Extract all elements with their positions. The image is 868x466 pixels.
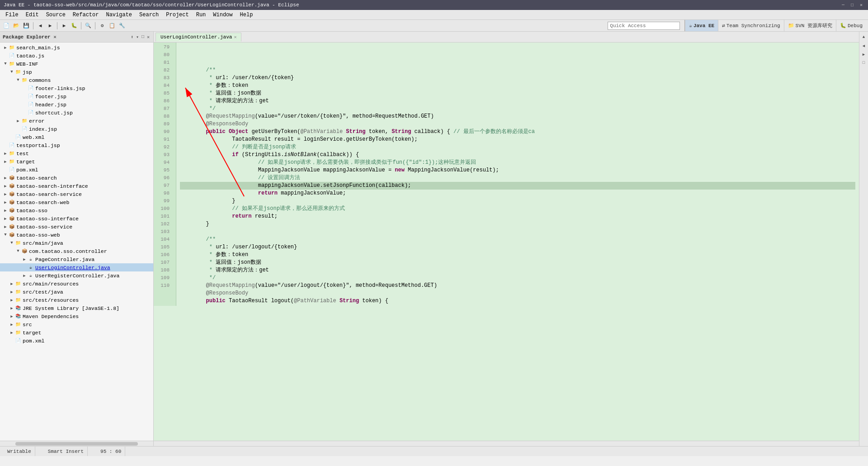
menu-edit[interactable]: Edit	[22, 11, 42, 19]
tree-item[interactable]: ▶📚Maven Dependencies	[0, 312, 153, 320]
tree-item[interactable]: ▶📁target	[0, 157, 153, 166]
tb-new[interactable]: 📄	[2, 21, 11, 30]
editor-tab-label: UserLoginController.java	[160, 34, 232, 40]
line-number: 102	[154, 220, 172, 228]
right-btn-3[interactable]: ▶	[860, 51, 868, 58]
line-number: 87	[154, 105, 172, 113]
tree-item[interactable]: ▶📁target	[0, 328, 153, 337]
tree-item[interactable]: 📄testportal.jsp	[0, 141, 153, 149]
right-btn-4[interactable]: □	[860, 59, 868, 67]
tb-search[interactable]: 🔍	[84, 21, 93, 30]
tree-arrow: ▶	[3, 184, 8, 189]
tree-item[interactable]: ▼📁WEB-INF	[0, 60, 153, 68]
persp-teamsync[interactable]: ⇄ Team Synchronizing	[718, 20, 783, 31]
sidebar-hscroll[interactable]	[0, 441, 153, 446]
tree-item[interactable]: 📄pom.xml	[0, 337, 153, 345]
tb-fwd[interactable]: ▶	[46, 21, 55, 30]
maximize-button[interactable]: □	[849, 2, 855, 8]
menu-help[interactable]: Help	[236, 11, 257, 19]
tree-item[interactable]: ▼📦taotao-sso-web	[0, 231, 153, 239]
persp-javaee[interactable]: ☕ Java EE	[685, 20, 718, 31]
menu-navigate[interactable]: Navigate	[102, 11, 136, 19]
code-line: // 判断是否是jsonp请求	[180, 143, 855, 151]
tree-item[interactable]: 📄footer.jsp	[0, 92, 153, 100]
quick-access-box[interactable]: Quick Access	[608, 22, 680, 30]
tree-arrow: ▶	[3, 224, 8, 229]
tree-item[interactable]: ☕UserLoginController.java	[0, 263, 153, 271]
tree-item[interactable]: 📄footer-links.jsp	[0, 84, 153, 92]
menu-window[interactable]: Window	[209, 11, 236, 19]
code-line: * 参数：token	[180, 82, 855, 90]
tree-label: target	[23, 330, 41, 336]
tree-item[interactable]: ▼📁jsp	[0, 68, 153, 76]
tree-item[interactable]: 📄index.jsp	[0, 125, 153, 133]
tree-icon: 📦	[8, 174, 15, 181]
tree-item[interactable]: ▶📦taotao-sso	[0, 206, 153, 214]
tree-item[interactable]: ▼📁src/main/java	[0, 239, 153, 247]
sidebar-collapse[interactable]: ⬆	[130, 34, 134, 40]
sidebar-close[interactable]: ✕	[146, 34, 151, 40]
right-btn-2[interactable]: ◀	[860, 42, 868, 49]
tree-item[interactable]: ▶📁src	[0, 320, 153, 328]
tb-misc3[interactable]: 🔧	[118, 21, 127, 30]
tree-item[interactable]: ▶📁src/test/resources	[0, 296, 153, 304]
editor-hscroll[interactable]	[154, 441, 859, 446]
tree-item[interactable]: ▶📁error	[0, 117, 153, 125]
tree-item[interactable]: ▶📦taotao-search-interface	[0, 182, 153, 190]
minimize-button[interactable]: ─	[840, 2, 846, 8]
sidebar-max[interactable]: □	[141, 34, 145, 40]
tree-item[interactable]: 📄shortcut.jsp	[0, 109, 153, 117]
tree-arrow: ▶	[9, 330, 14, 335]
tree-item[interactable]: 📄web.xml	[0, 133, 153, 141]
persp-debug[interactable]: 🐛 Debug	[836, 20, 866, 31]
tree-item[interactable]: ▶📦taotao-sso-interface	[0, 214, 153, 223]
code-line: TaotaoResult result = loginService.getUs…	[180, 136, 855, 143]
right-btn-1[interactable]: ▲	[860, 33, 868, 41]
tree-item[interactable]: ▶☕PageController.java	[0, 255, 153, 263]
editor-content[interactable]: 7980818283848586878889909192939495969798…	[154, 43, 859, 441]
menu-run[interactable]: Run	[193, 11, 210, 19]
tree-item[interactable]: ▼📁commons	[0, 76, 153, 84]
status-smart-insert: Smart Insert	[44, 447, 88, 456]
tree-item[interactable]: ▼📦com.taotao.sso.controller	[0, 247, 153, 255]
tb-debug[interactable]: 🐛	[70, 21, 79, 30]
tree-item[interactable]: ▶☕UserRegisterController.java	[0, 271, 153, 280]
persp-debug-icon: 🐛	[840, 23, 846, 29]
tree-item[interactable]: 📄header.jsp	[0, 100, 153, 109]
tree-item[interactable]: ▶📁src/main/resources	[0, 280, 153, 288]
tree-item[interactable]: ▶📦taotao-search	[0, 174, 153, 182]
tab-close-icon[interactable]: ✕	[234, 34, 236, 40]
tb-run[interactable]: ▶	[60, 21, 69, 30]
tree-item[interactable]: ▶📚JRE System Library [JavaSE-1.8]	[0, 304, 153, 312]
tb-misc2[interactable]: 📋	[108, 21, 117, 30]
line-number: 110	[154, 282, 172, 290]
tb-misc1[interactable]: ⚙	[98, 21, 107, 30]
tree-arrow: ▶	[9, 322, 14, 327]
menu-file[interactable]: File	[2, 11, 22, 19]
tree-item[interactable]: 📄taotao.js	[0, 52, 153, 60]
tree-item[interactable]: ▶📁search_main.js	[0, 43, 153, 52]
tree-item[interactable]: ▶📦taotao-search-web	[0, 198, 153, 206]
sidebar-menu[interactable]: ▾	[135, 34, 140, 40]
tree-item[interactable]: ▶📦taotao-search-service	[0, 190, 153, 198]
menu-search[interactable]: Search	[136, 11, 162, 19]
tb-open[interactable]: 📂	[12, 21, 21, 30]
tb-save[interactable]: 💾	[22, 21, 31, 30]
tree-icon: 📁	[8, 44, 15, 51]
tree-item[interactable]: ▶📦taotao-sso-service	[0, 223, 153, 231]
tree-item[interactable]: ▶📁src/test/java	[0, 288, 153, 296]
tree-arrow: ▶	[3, 151, 8, 156]
editor-tab-userlogin[interactable]: UserLoginController.java ✕	[156, 33, 241, 42]
tree-item[interactable]: 📄pom.xml	[0, 166, 153, 174]
code-line: @RequestMapping(value="/user/logout/{tok…	[180, 282, 855, 290]
close-button[interactable]: ✕	[858, 2, 864, 8]
menu-project[interactable]: Project	[162, 11, 192, 19]
tb-back[interactable]: ◀	[36, 21, 45, 30]
persp-svn[interactable]: 📁 SVN 资源库研究	[784, 20, 836, 31]
menu-refactor[interactable]: Refactor	[69, 11, 103, 19]
tree-item[interactable]: ▶📁test	[0, 149, 153, 157]
code-line: mappingJacksonValue.setJsonpFunction(cal…	[180, 182, 855, 190]
sidebar-tree[interactable]: ▶📁search_main.js📄taotao.js▼📁WEB-INF▼📁jsp…	[0, 43, 153, 441]
tree-arrow: ▶	[3, 176, 8, 181]
menu-source[interactable]: Source	[42, 11, 69, 19]
